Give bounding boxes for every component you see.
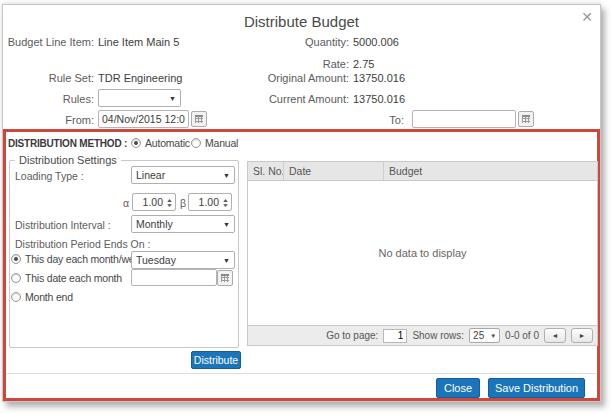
column-header-date: Date bbox=[284, 162, 384, 180]
beta-value: 1.00 bbox=[189, 194, 220, 210]
arrow-left-icon: ◄ bbox=[552, 332, 559, 339]
chevron-down-icon: ▼ bbox=[223, 257, 230, 264]
date-each-month-input[interactable] bbox=[131, 269, 217, 286]
to-calendar-icon[interactable] bbox=[518, 111, 534, 127]
footer-divider bbox=[7, 373, 596, 374]
spinner-buttons[interactable]: ▲▼ bbox=[220, 194, 231, 210]
alpha-value: 1.00 bbox=[133, 194, 164, 210]
distribute-button[interactable]: Distribute bbox=[191, 351, 241, 369]
chevron-down-icon: ▼ bbox=[169, 95, 176, 102]
loading-type-value: Linear bbox=[136, 169, 165, 181]
go-to-page-label: Go to page: bbox=[326, 330, 378, 341]
period-ends-on-label: Distribution Period Ends On : bbox=[15, 238, 150, 250]
spinner-buttons[interactable]: ▲▼ bbox=[164, 194, 175, 210]
arrow-right-icon: ► bbox=[579, 332, 586, 339]
alpha-spinner[interactable]: 1.00 ▲▼ bbox=[132, 193, 176, 211]
current-amount-value: 13750.016 bbox=[353, 93, 405, 105]
show-rows-label: Show rows: bbox=[412, 330, 464, 341]
rate-value: 2.75 bbox=[353, 58, 374, 70]
alpha-label: α bbox=[123, 197, 129, 209]
radio-icon bbox=[11, 292, 21, 302]
budget-line-item-value: Line Item Main 5 bbox=[98, 36, 179, 48]
dialog-title: Distribute Budget bbox=[3, 13, 600, 30]
method-radio-manual[interactable]: Manual bbox=[191, 137, 238, 149]
rule-set-value: TDR Engineering bbox=[98, 72, 182, 84]
table-header-row: Sl. No. Date Budget bbox=[248, 162, 597, 181]
distribution-interval-value: Monthly bbox=[136, 218, 173, 230]
radio-icon bbox=[131, 138, 141, 148]
method-radio-automatic[interactable]: Automatic bbox=[131, 137, 190, 149]
column-header-sl-no: Sl. No. bbox=[248, 162, 284, 180]
previous-page-button[interactable]: ◄ bbox=[544, 328, 566, 343]
table-body: No data to display bbox=[248, 181, 597, 325]
close-icon[interactable]: ✕ bbox=[581, 9, 593, 25]
method-manual-label: Manual bbox=[205, 137, 238, 149]
quantity-value: 5000.006 bbox=[353, 36, 399, 48]
empty-table-message: No data to display bbox=[248, 247, 597, 259]
page-number-input[interactable] bbox=[383, 329, 407, 343]
weekday-value: Tuesday bbox=[136, 254, 176, 266]
distribution-interval-label: Distribution Interval : bbox=[15, 219, 111, 231]
method-automatic-label: Automatic bbox=[145, 137, 190, 149]
close-button[interactable]: Close bbox=[436, 378, 480, 398]
rate-label: Rate: bbox=[243, 58, 349, 70]
from-label: From: bbox=[3, 114, 94, 126]
original-amount-value: 13750.016 bbox=[353, 72, 405, 84]
distribution-interval-dropdown[interactable]: Monthly ▼ bbox=[131, 215, 235, 233]
quantity-label: Quantity: bbox=[243, 36, 349, 48]
row-range-text: 0-0 of 0 bbox=[505, 330, 539, 341]
radio-icon bbox=[11, 254, 21, 264]
loading-type-dropdown[interactable]: Linear ▼ bbox=[131, 166, 235, 184]
rows-per-page-value: 25 bbox=[473, 330, 484, 341]
distribution-method-label: DISTRIBUTION METHOD : bbox=[8, 138, 127, 149]
current-amount-label: Current Amount: bbox=[243, 93, 349, 105]
distribution-settings-legend: Distribution Settings bbox=[15, 154, 121, 166]
spinner-down-icon[interactable]: ▼ bbox=[166, 203, 173, 207]
distribute-budget-dialog: Distribute Budget ✕ Budget Line Item: Li… bbox=[2, 4, 601, 402]
distribution-table: Sl. No. Date Budget No data to display G… bbox=[247, 161, 598, 346]
save-distribution-button[interactable]: Save Distribution bbox=[488, 378, 585, 398]
period-radio-month-end[interactable]: Month end bbox=[11, 291, 73, 303]
chevron-down-icon: ▼ bbox=[223, 221, 230, 228]
chevron-down-icon: ▼ bbox=[490, 333, 496, 339]
rules-dropdown[interactable]: ▼ bbox=[98, 89, 181, 107]
rule-set-label: Rule Set: bbox=[3, 72, 94, 84]
radio-icon bbox=[11, 273, 21, 283]
from-date-input[interactable] bbox=[98, 110, 189, 128]
chevron-down-icon: ▼ bbox=[223, 172, 230, 179]
period-radio-day-each-week[interactable]: This day each month/week bbox=[11, 253, 145, 265]
rows-per-page-select[interactable]: 25 ▼ bbox=[469, 328, 500, 343]
date-each-month-calendar-icon[interactable] bbox=[217, 270, 233, 286]
from-calendar-icon[interactable] bbox=[191, 111, 207, 127]
rules-label: Rules: bbox=[3, 93, 94, 105]
pagination-bar: Go to page: Show rows: 25 ▼ 0-0 of 0 ◄ ► bbox=[248, 325, 597, 345]
loading-type-label: Loading Type : bbox=[15, 170, 84, 182]
period-radio-date-each-month[interactable]: This date each month bbox=[11, 272, 122, 284]
budget-line-item-label: Budget Line Item: bbox=[3, 36, 94, 48]
beta-label: β bbox=[180, 197, 186, 209]
period-day-each-week-label: This day each month/week bbox=[25, 253, 145, 265]
original-amount-label: Original Amount: bbox=[243, 72, 349, 84]
column-header-budget: Budget bbox=[384, 162, 597, 180]
beta-spinner[interactable]: 1.00 ▲▼ bbox=[188, 193, 232, 211]
period-date-each-month-label: This date each month bbox=[25, 272, 122, 284]
to-date-input[interactable] bbox=[412, 110, 516, 128]
to-label: To: bbox=[333, 114, 404, 126]
weekday-dropdown[interactable]: Tuesday ▼ bbox=[131, 251, 235, 269]
period-month-end-label: Month end bbox=[25, 291, 73, 303]
radio-icon bbox=[191, 138, 201, 148]
spinner-down-icon[interactable]: ▼ bbox=[222, 203, 229, 207]
next-page-button[interactable]: ► bbox=[571, 328, 593, 343]
